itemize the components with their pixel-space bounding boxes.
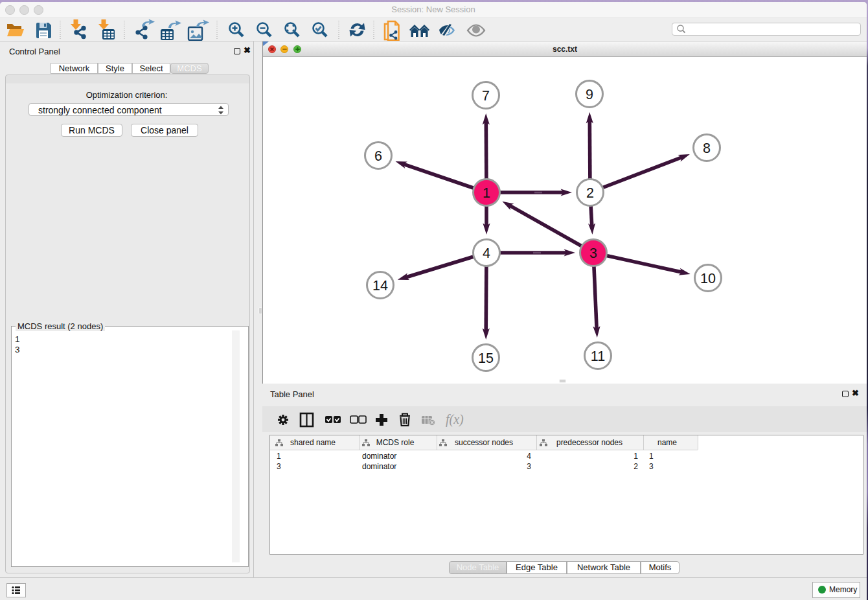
svg-text:10: 10	[700, 271, 716, 286]
svg-text:3: 3	[527, 462, 531, 471]
svg-text:1: 1	[483, 185, 490, 201]
svg-text:2: 2	[586, 185, 594, 201]
svg-text:1: 1	[277, 452, 281, 461]
svg-text:9: 9	[586, 87, 593, 102]
svg-text:f(x): f(x)	[446, 412, 464, 427]
svg-text:15: 15	[478, 351, 494, 366]
svg-text:dominator: dominator	[362, 462, 396, 471]
svg-text:3: 3	[649, 462, 654, 471]
svg-text:1: 1	[649, 452, 654, 461]
svg-text:2: 2	[634, 462, 638, 471]
svg-text:14: 14	[372, 278, 388, 294]
svg-text:1: 1	[634, 452, 638, 461]
svg-text:4: 4	[483, 246, 490, 261]
svg-text:4: 4	[527, 452, 531, 461]
svg-text:3: 3	[277, 462, 281, 471]
svg-text:8: 8	[703, 141, 711, 156]
svg-text:11: 11	[591, 349, 605, 364]
svg-text:dominator: dominator	[362, 452, 396, 461]
svg-text:successor nodes: successor nodes	[455, 438, 513, 447]
svg-text:3: 3	[589, 246, 597, 261]
svg-text:shared name: shared name	[290, 438, 336, 447]
svg-text:7: 7	[482, 88, 490, 104]
svg-text:6: 6	[374, 148, 382, 164]
svg-text:name: name	[657, 438, 677, 447]
svg-text:MCDS role: MCDS role	[376, 438, 415, 447]
svg-text:predecessor nodes: predecessor nodes	[556, 438, 622, 447]
